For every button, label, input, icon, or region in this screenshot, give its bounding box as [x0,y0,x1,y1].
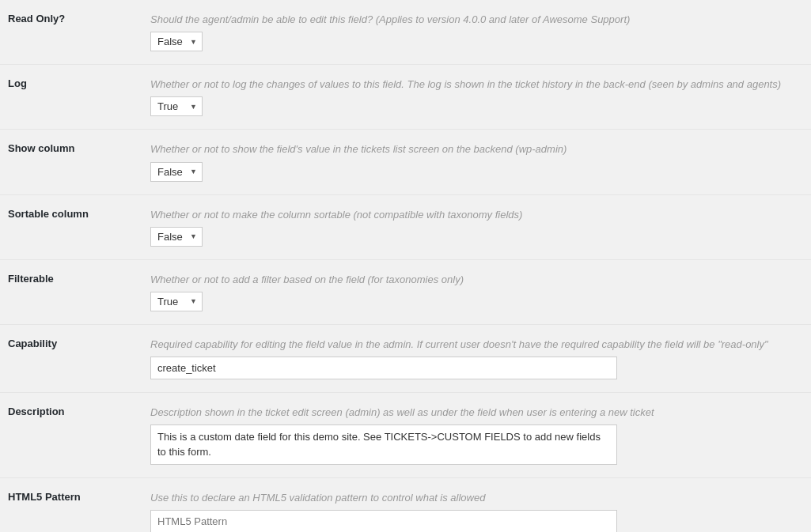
select-log[interactable]: TrueFalse [150,96,203,116]
select-wrapper-filterable: TrueFalse [150,292,203,311]
input-capability[interactable] [150,357,617,379]
description-text-log: Whether or not to log the changes of val… [150,77,803,92]
description-text-description: Description shown in the ticket edit scr… [150,406,803,420]
select-sortable-column[interactable]: FalseTrue [150,227,203,247]
content-capability: Required capability for editing the fiel… [142,324,811,392]
content-html5-pattern: Use this to declare an HTML5 validation … [142,477,811,532]
label-description: Description [0,393,142,478]
select-show-column[interactable]: FalseTrue [150,162,203,182]
label-show-column: Show column [0,130,142,194]
settings-row-read-only: Read Only?Should the agent/admin be able… [0,0,811,65]
settings-row-log: LogWhether or not to log the changes of … [0,65,811,130]
select-read-only[interactable]: FalseTrue [150,32,203,51]
description-value-description: This is a custom date field for this dem… [150,424,617,464]
select-wrapper-sortable-column: FalseTrue [150,227,203,247]
label-read-only: Read Only? [0,0,142,65]
label-filterable: Filterable [0,259,142,324]
label-capability: Capability [0,324,142,392]
description-text-show-column: Whether or not to show the field's value… [150,142,803,157]
settings-table: Read Only?Should the agent/admin be able… [0,0,811,532]
content-log: Whether or not to log the changes of val… [142,65,811,130]
content-sortable-column: Whether or not to make the column sortab… [142,194,811,259]
content-filterable: Whether or not to add a filter based on … [142,259,811,324]
settings-row-show-column: Show columnWhether or not to show the fi… [0,130,811,194]
settings-row-html5-pattern: HTML5 PatternUse this to declare an HTML… [0,477,811,532]
select-filterable[interactable]: TrueFalse [150,292,203,311]
description-text-capability: Required capability for editing the fiel… [150,338,803,352]
description-text-filterable: Whether or not to add a filter based on … [150,273,803,287]
input-html5-pattern[interactable] [150,510,617,532]
description-text-sortable-column: Whether or not to make the column sortab… [150,208,803,222]
description-text-read-only: Should the agent/admin be able to edit t… [150,13,803,27]
content-read-only: Should the agent/admin be able to edit t… [142,0,811,65]
settings-row-filterable: FilterableWhether or not to add a filter… [0,259,811,324]
description-text-html5-pattern: Use this to declare an HTML5 validation … [150,491,803,505]
settings-row-capability: CapabilityRequired capability for editin… [0,324,811,392]
select-wrapper-show-column: FalseTrue [150,162,203,182]
content-show-column: Whether or not to show the field's value… [142,130,811,194]
content-description: Description shown in the ticket edit scr… [142,393,811,478]
label-html5-pattern: HTML5 Pattern [0,477,142,532]
settings-row-sortable-column: Sortable columnWhether or not to make th… [0,194,811,259]
label-log: Log [0,65,142,130]
select-wrapper-read-only: FalseTrue [150,32,203,51]
settings-row-description: DescriptionDescription shown in the tick… [0,393,811,478]
label-sortable-column: Sortable column [0,194,142,259]
select-wrapper-log: TrueFalse [150,96,203,116]
